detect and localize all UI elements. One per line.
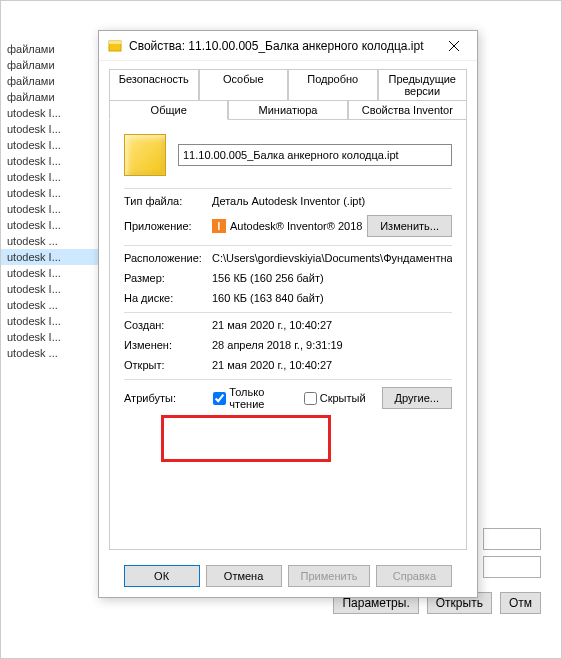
created-value: 21 мая 2020 г., 10:40:27 — [212, 319, 452, 331]
tab-особые[interactable]: Особые — [199, 69, 289, 101]
list-item[interactable]: utodesk I... — [1, 201, 101, 217]
readonly-label: Только чтение — [229, 386, 295, 410]
cancel-button-bg[interactable]: Отм — [500, 592, 541, 614]
list-item[interactable]: utodesk I... — [1, 153, 101, 169]
list-item[interactable]: файлами — [1, 57, 101, 73]
ok-button[interactable]: ОК — [124, 565, 200, 587]
inventor-icon: I — [212, 219, 226, 233]
list-item[interactable]: файлами — [1, 89, 101, 105]
file-type-icon — [124, 134, 166, 176]
location-value: C:\Users\gordievskiyia\Documents\Фундаме… — [212, 252, 452, 264]
list-item[interactable]: файлами — [1, 41, 101, 57]
list-item[interactable]: файлами — [1, 73, 101, 89]
hidden-checkbox[interactable] — [304, 392, 317, 405]
modified-label: Изменен: — [124, 339, 212, 351]
apply-button[interactable]: Применить — [288, 565, 371, 587]
opened-label: Открыт: — [124, 359, 212, 371]
size-label: Размер: — [124, 272, 212, 284]
list-item[interactable]: utodesk I... — [1, 313, 101, 329]
properties-dialog: Свойства: 11.10.00.005_Балка анкерного к… — [98, 30, 478, 598]
tab-безопасность[interactable]: Безопасность — [109, 69, 199, 101]
list-item[interactable]: utodesk I... — [1, 169, 101, 185]
app-value: Autodesk® Inventor® 2018 — [230, 220, 367, 232]
list-item[interactable]: utodesk I... — [1, 265, 101, 281]
list-item[interactable]: utodesk I... — [1, 329, 101, 345]
list-item[interactable]: utodesk I... — [1, 217, 101, 233]
readonly-checkbox-wrap[interactable]: Только чтение — [213, 386, 295, 410]
hidden-checkbox-wrap[interactable]: Скрытый — [304, 392, 366, 405]
created-label: Создан: — [124, 319, 212, 331]
list-item[interactable]: utodesk I... — [1, 121, 101, 137]
disk-label: На диске: — [124, 292, 212, 304]
other-button[interactable]: Другие... — [382, 387, 452, 409]
app-label: Приложение: — [124, 220, 212, 232]
tab-предыдущие-версии[interactable]: Предыдущие версии — [378, 69, 468, 101]
list-item[interactable]: utodesk ... — [1, 233, 101, 249]
list-item[interactable]: utodesk I... — [1, 281, 101, 297]
opened-value: 21 мая 2020 г., 10:40:27 — [212, 359, 452, 371]
tab-подробно[interactable]: Подробно — [288, 69, 378, 101]
disk-value: 160 КБ (163 840 байт) — [212, 292, 452, 304]
tab-общие[interactable]: Общие — [109, 101, 228, 120]
filetype-value: Деталь Autodesk Inventor (.ipt) — [212, 195, 452, 207]
list-item[interactable]: utodesk ... — [1, 345, 101, 361]
attr-label: Атрибуты: — [124, 392, 205, 404]
modified-value: 28 апреля 2018 г., 9:31:19 — [212, 339, 452, 351]
list-item[interactable]: utodesk ... — [1, 297, 101, 313]
svg-rect-1 — [109, 41, 121, 44]
change-button[interactable]: Изменить... — [367, 215, 452, 237]
svg-text:I: I — [218, 221, 221, 232]
list-item[interactable]: utodesk I... — [1, 105, 101, 121]
file-icon — [107, 38, 123, 54]
list-item[interactable]: utodesk I... — [1, 137, 101, 153]
tab-миниатюра[interactable]: Миниатюра — [228, 101, 347, 120]
close-button[interactable] — [439, 34, 469, 58]
file-list: файламифайламифайламифайламиutodesk I...… — [1, 41, 101, 601]
list-item[interactable]: utodesk I... — [1, 249, 101, 265]
filename-input[interactable] — [178, 144, 452, 166]
help-button[interactable]: Справка — [376, 565, 452, 587]
tab-свойства-inventor[interactable]: Свойства Inventor — [348, 101, 467, 120]
location-label: Расположение: — [124, 252, 212, 264]
bg-dropdown-2[interactable] — [483, 556, 541, 578]
tabs: БезопасностьОсобыеПодробноПредыдущие вер… — [109, 69, 467, 550]
size-value: 156 КБ (160 256 байт) — [212, 272, 452, 284]
titlebar: Свойства: 11.10.00.005_Балка анкерного к… — [99, 31, 477, 61]
dialog-title: Свойства: 11.10.00.005_Балка анкерного к… — [129, 39, 439, 53]
cancel-button[interactable]: Отмена — [206, 565, 282, 587]
tab-general-content: Тип файла: Деталь Autodesk Inventor (.ip… — [109, 120, 467, 550]
hidden-label: Скрытый — [320, 392, 366, 404]
list-item[interactable]: utodesk I... — [1, 185, 101, 201]
filetype-label: Тип файла: — [124, 195, 212, 207]
bg-dropdown-1[interactable] — [483, 528, 541, 550]
readonly-checkbox[interactable] — [213, 392, 226, 405]
